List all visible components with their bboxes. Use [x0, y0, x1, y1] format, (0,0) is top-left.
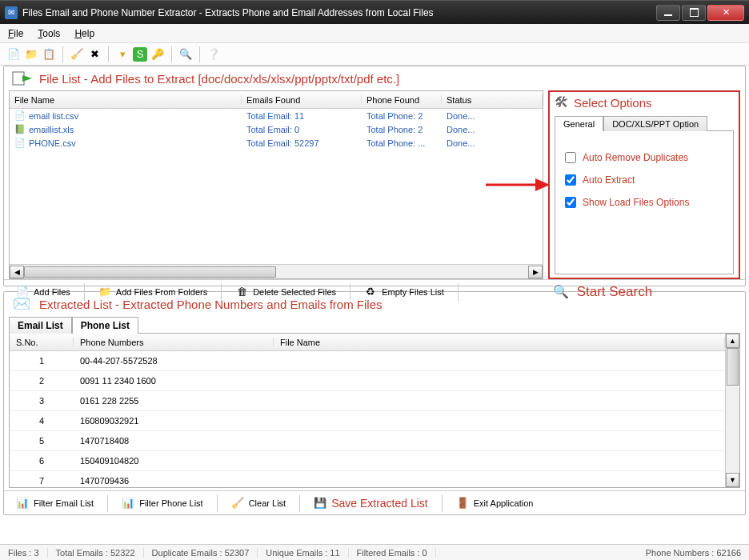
phone-row[interactable]: 6150409104820 [10, 451, 725, 471]
btn-label: Filter Email List [34, 498, 94, 508]
checkbox-auto-extract[interactable] [565, 174, 576, 186]
help-icon[interactable]: ❔ [206, 47, 221, 62]
scroll-track[interactable] [24, 266, 528, 278]
add-files-from-folders-button[interactable]: 📁Add Files From Folders [91, 282, 214, 302]
toolbar: 📄 📁 📋 🧹 ✖ ▾ S 🔑 🔍 ❔ [0, 43, 749, 66]
phone-row[interactable]: 100-44-207-5572528 [10, 351, 725, 371]
titlebar: ✉ Files Email and Phone Number Extractor… [0, 0, 749, 24]
search-icon[interactable]: 🔍 [178, 47, 193, 62]
col-file-name[interactable]: File Name [274, 338, 725, 347]
filter-email-list-button[interactable]: 📊Filter Email List [9, 494, 101, 513]
col-phone-found[interactable]: Phone Found [362, 95, 442, 105]
horiz-scrollbar[interactable]: ◀ ▶ [10, 264, 543, 278]
check-label: Show Load Files Options [583, 197, 689, 208]
tab-email-list[interactable]: Email List [9, 317, 72, 334]
copy-icon[interactable]: 📋 [42, 47, 56, 62]
key-icon[interactable]: 🔑 [150, 47, 165, 62]
extracted-columns: S.No. Phone Numbers File Name [10, 334, 725, 351]
clear-list-button[interactable]: 🧹Clear List [224, 494, 293, 513]
separator [442, 494, 443, 512]
phone-row[interactable]: 51470718408 [10, 431, 725, 451]
filter-email-icon: 📊 [16, 497, 29, 510]
file-list-actions: 📄Add Files 📁Add Files From Folders 🗑Dele… [4, 279, 745, 303]
scroll-down-icon[interactable]: ▼ [726, 473, 739, 487]
scroll-right-icon[interactable]: ▶ [528, 266, 543, 278]
check-auto-extract[interactable]: Auto Extract [565, 174, 723, 186]
xls-file-icon: 📗 [14, 124, 26, 135]
menu-file[interactable]: File [8, 28, 23, 39]
file-name: emaillist.xls [29, 125, 74, 134]
new-doc-icon[interactable]: 📄 [6, 47, 21, 62]
scroll-track[interactable] [726, 348, 739, 473]
separator [299, 494, 300, 512]
svg-rect-0 [13, 72, 24, 85]
row-phone: 160809032921 [74, 416, 274, 426]
filter-icon[interactable]: ▾ [115, 47, 130, 62]
start-search-label: Start Search [577, 284, 653, 300]
btn-label: Add Files [34, 287, 70, 297]
menu-tools[interactable]: Tools [38, 28, 60, 39]
exit-application-button[interactable]: 🚪Exit Application [449, 494, 541, 513]
row-sno: 7 [10, 476, 74, 486]
scroll-up-icon[interactable]: ▲ [726, 334, 739, 348]
row-phone: 1470709436 [74, 476, 274, 486]
row-sno: 6 [10, 456, 74, 466]
tab-general[interactable]: General [555, 116, 603, 131]
file-name: email list.csv [29, 111, 78, 121]
scroll-thumb[interactable] [24, 266, 276, 278]
delete-icon[interactable]: ✖ [87, 47, 102, 62]
file-table: File Name Emails Found Phone Found Statu… [9, 90, 543, 279]
col-phone-numbers[interactable]: Phone Numbers [74, 338, 274, 347]
menu-help[interactable]: Help [74, 28, 94, 39]
empty-files-list-button[interactable]: ♻Empty Files List [357, 282, 451, 302]
scroll-thumb[interactable] [727, 348, 739, 386]
vert-scrollbar[interactable]: ▲ ▼ [725, 334, 739, 487]
start-search-button[interactable]: 🔍 Start Search [465, 284, 740, 300]
col-file-name[interactable]: File Name [10, 95, 242, 105]
emails-found: Total Email: 52297 [242, 138, 362, 148]
file-row[interactable]: 📗emaillist.xlsTotal Email: 0Total Phone:… [10, 122, 543, 136]
btn-label: Delete Selected Files [253, 287, 336, 297]
phone-row[interactable]: 4160809032921 [10, 411, 725, 431]
check-auto-remove-duplicates[interactable]: Auto Remove Duplicates [565, 152, 723, 163]
delete-selected-files-button[interactable]: 🗑Delete Selected Files [228, 282, 343, 302]
col-emails-found[interactable]: Emails Found [242, 95, 362, 105]
filter-phone-list-button[interactable]: 📊Filter Phone List [114, 494, 210, 513]
extracted-table: S.No. Phone Numbers File Name 100-44-207… [9, 333, 740, 488]
separator [108, 46, 109, 62]
checkbox-show-load-options[interactable] [565, 197, 576, 208]
phone-row[interactable]: 30161 228 2255 [10, 391, 725, 411]
status-phone-numbers: Phone Numbers : 62166 [638, 548, 749, 558]
tab-phone-list[interactable]: Phone List [72, 317, 138, 334]
col-sno[interactable]: S.No. [10, 338, 74, 347]
svg-marker-1 [22, 75, 32, 82]
close-button[interactable] [707, 5, 744, 21]
maximize-button[interactable] [682, 5, 706, 21]
checkbox-auto-remove-duplicates[interactable] [565, 152, 576, 163]
add-files-button[interactable]: 📄Add Files [9, 282, 78, 302]
skype-icon[interactable]: S [133, 47, 147, 62]
separator [350, 283, 350, 301]
file-row[interactable]: 📄PHONE.csvTotal Email: 52297Total Phone:… [10, 136, 543, 150]
tab-doc-xls-ppt[interactable]: DOC/XLS/PPT Option [603, 116, 707, 131]
col-status[interactable]: Status [442, 95, 543, 105]
extracted-list-panel: ✉️ Extracted List - Extracted Phone Numb… [3, 291, 746, 515]
file-row[interactable]: 📄email list.csvTotal Email: 11Total Phon… [10, 109, 543, 122]
scroll-left-icon[interactable]: ◀ [10, 266, 24, 278]
btn-label: Empty Files List [382, 287, 444, 297]
separator [221, 283, 222, 301]
minimize-button[interactable] [656, 5, 680, 21]
check-label: Auto Remove Duplicates [583, 152, 688, 163]
csv-file-icon: 📄 [14, 138, 26, 149]
phone-row[interactable]: 20091 11 2340 1600 [10, 371, 725, 391]
btn-label: Exit Application [474, 498, 534, 508]
extracted-rows: 100-44-207-557252820091 11 2340 16003016… [10, 351, 725, 487]
phone-row[interactable]: 71470709436 [10, 471, 725, 487]
row-sno: 3 [10, 396, 74, 406]
add-folder-icon[interactable]: 📁 [24, 47, 38, 62]
check-show-load-options[interactable]: Show Load Files Options [565, 197, 723, 208]
clear-icon[interactable]: 🧹 [70, 47, 84, 62]
save-extracted-list-button[interactable]: 💾Save Extracted List [306, 494, 435, 513]
row-sno: 5 [10, 436, 74, 446]
tools-icon: 🛠 [555, 94, 569, 111]
